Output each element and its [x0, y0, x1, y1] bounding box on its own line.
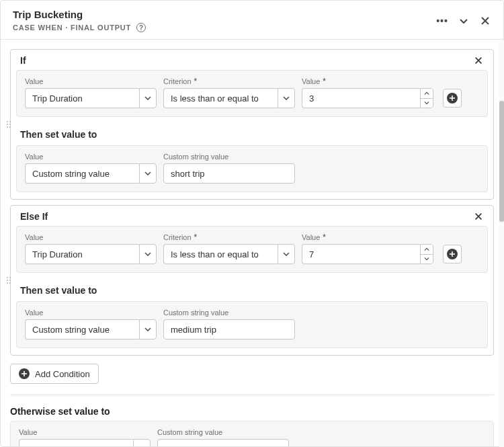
add-condition-label: Add Condition — [35, 369, 90, 379]
custom-string-label: Custom string value — [157, 428, 289, 436]
value-label: Value — [19, 428, 151, 436]
then-value-panel: Value Custom string value Custom string … — [16, 301, 488, 348]
otherwise-value-type-select[interactable]: Custom string value — [19, 439, 151, 446]
value-label: Value — [25, 309, 157, 317]
condition-kind-label: If — [20, 55, 26, 66]
value-label: Value — [25, 77, 157, 85]
then-value-type-select[interactable]: Custom string value — [25, 163, 157, 184]
add-criterion-button[interactable] — [443, 245, 462, 263]
comparison-value-stepper[interactable]: 3 — [302, 88, 433, 108]
custom-string-label: Custom string value — [163, 153, 295, 161]
custom-string-text: long trip — [165, 444, 196, 447]
criterion-select[interactable]: Is less than or equal to — [163, 88, 295, 108]
custom-string-text: medium trip — [171, 325, 216, 335]
criterion-text: Is less than or equal to — [163, 88, 278, 108]
help-icon[interactable]: ? — [136, 23, 146, 32]
value-field-text: Trip Duration — [25, 244, 139, 264]
value-label: Value — [25, 153, 157, 161]
close-icon[interactable] — [479, 15, 491, 27]
criterion-text: Is less than or equal to — [163, 244, 278, 264]
comparison-value-stepper[interactable]: 7 — [302, 244, 433, 264]
otherwise-title: Otherwise set value to — [10, 406, 494, 417]
remove-condition-icon[interactable] — [473, 55, 484, 66]
add-condition-button[interactable]: Add Condition — [10, 364, 99, 384]
then-value-panel: Value Custom string value Custom string … — [16, 145, 488, 192]
chevron-down-icon — [133, 439, 151, 446]
criterion-select[interactable]: Is less than or equal to — [163, 244, 295, 264]
panel-root: Trip Bucketing CASE WHEN · FINAL OUTPUT … — [0, 0, 504, 447]
then-set-value-label: Then set value to — [11, 280, 493, 300]
criterion-label: Criterion* — [163, 77, 295, 85]
step-down-icon[interactable] — [421, 99, 433, 108]
plus-circle-icon — [19, 368, 30, 379]
custom-string-label: Custom string value — [163, 309, 295, 317]
otherwise-value-type-text: Custom string value — [19, 439, 133, 446]
chevron-down-icon — [139, 319, 157, 339]
value-field-text: Trip Duration — [25, 88, 139, 108]
step-up-icon[interactable] — [421, 245, 433, 255]
value-label: Value — [25, 233, 157, 241]
divider — [10, 395, 494, 395]
scrollbar-thumb[interactable] — [499, 101, 504, 222]
collapse-icon[interactable] — [458, 15, 470, 27]
page-title: Trip Bucketing — [13, 9, 146, 20]
comparison-value-label: Value* — [302, 77, 433, 85]
then-value-type-text: Custom string value — [25, 319, 139, 339]
chevron-down-icon — [278, 88, 295, 108]
custom-string-input[interactable]: medium trip — [163, 319, 295, 339]
drag-handle-icon[interactable] — [7, 121, 11, 128]
condition-criteria-panel: Value Trip Duration Criterion* Is less t… — [16, 226, 488, 273]
chevron-down-icon — [139, 163, 157, 184]
remove-condition-icon[interactable] — [473, 211, 484, 222]
then-value-type-text: Custom string value — [25, 163, 139, 184]
condition-card: Else If Value Trip Duration — [10, 205, 494, 356]
custom-string-text: short trip — [171, 169, 205, 179]
custom-string-input[interactable]: long trip — [157, 439, 289, 446]
add-criterion-button[interactable] — [443, 89, 462, 108]
chevron-down-icon — [139, 244, 157, 264]
then-set-value-label: Then set value to — [11, 124, 493, 144]
plus-circle-icon — [447, 249, 458, 259]
step-down-icon[interactable] — [421, 255, 433, 264]
panel-header: Trip Bucketing CASE WHEN · FINAL OUTPUT … — [1, 1, 503, 40]
page-subtitle: CASE WHEN · FINAL OUTPUT — [13, 24, 131, 32]
value-field-select[interactable]: Trip Duration — [25, 88, 157, 108]
criterion-label: Criterion* — [163, 233, 295, 241]
plus-circle-icon — [447, 93, 458, 104]
more-icon[interactable]: ••• — [436, 15, 448, 27]
comparison-value-label: Value* — [302, 233, 433, 241]
condition-card: If Value Trip Duration — [10, 49, 494, 200]
condition-criteria-panel: Value Trip Duration Criterion* Is less t… — [16, 70, 488, 117]
then-value-type-select[interactable]: Custom string value — [25, 319, 157, 339]
comparison-value-text: 7 — [302, 244, 420, 264]
otherwise-panel: Value Custom string value Custom string … — [10, 421, 494, 446]
custom-string-input[interactable]: short trip — [163, 163, 295, 184]
comparison-value-text: 3 — [302, 88, 420, 108]
condition-kind-label: Else If — [20, 211, 48, 222]
panel-body: If Value Trip Duration — [1, 40, 503, 446]
chevron-down-icon — [139, 88, 157, 108]
step-up-icon[interactable] — [421, 89, 433, 99]
chevron-down-icon — [278, 244, 295, 264]
drag-handle-icon[interactable] — [7, 277, 11, 284]
value-field-select[interactable]: Trip Duration — [25, 244, 157, 264]
